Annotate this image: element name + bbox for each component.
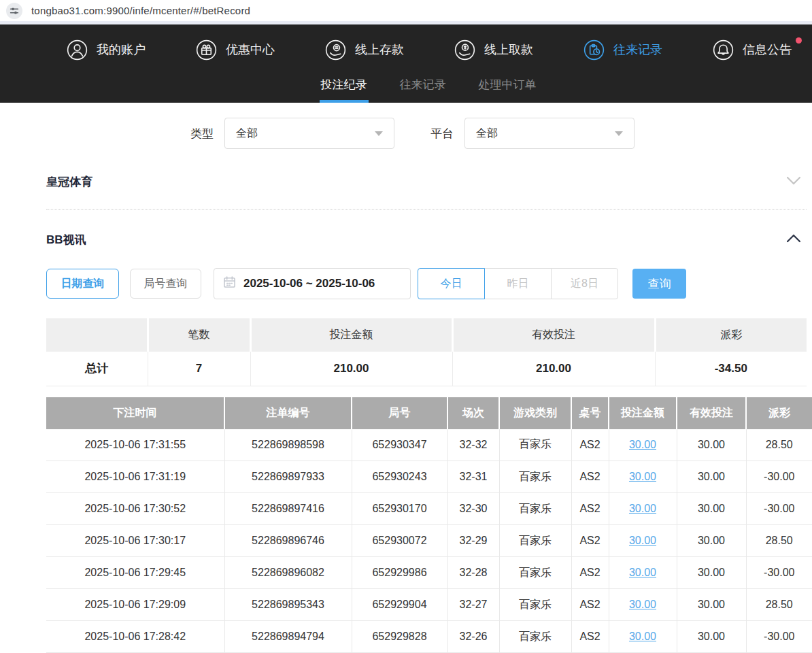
query-controls: 日期查询 局号查询 2025-10-06 ~ 2025-10-06 今日 昨日 … bbox=[46, 268, 812, 299]
cell-valid-bet: 30.00 bbox=[677, 461, 746, 493]
chevron-down-icon[interactable] bbox=[786, 175, 801, 188]
today-button[interactable]: 今日 bbox=[418, 268, 485, 299]
filter-row: 类型 全部 平台 全部 bbox=[190, 118, 812, 149]
chevron-down-icon bbox=[375, 131, 383, 136]
summary-header-count: 笔数 bbox=[148, 318, 250, 352]
summary-header-blank bbox=[46, 318, 148, 352]
cell-bet-id: 522869896746 bbox=[224, 525, 352, 557]
bet-amount-link[interactable]: 30.00 bbox=[629, 471, 656, 482]
bet-amount-link[interactable]: 30.00 bbox=[629, 535, 656, 546]
nav-item-my-account[interactable]: 我的账户 bbox=[67, 39, 146, 61]
summary-total-label: 总计 bbox=[46, 352, 148, 386]
round-query-button[interactable]: 局号查询 bbox=[130, 269, 201, 299]
cell-payout: -30.00 bbox=[746, 493, 812, 525]
summary-header-bet-amount: 投注金额 bbox=[250, 318, 452, 352]
cell-bet-amount: 30.00 bbox=[609, 621, 677, 653]
cell-table-no: AS2 bbox=[571, 461, 609, 493]
bet-amount-link[interactable]: 30.00 bbox=[629, 567, 656, 578]
cell-bet-id: 522869897416 bbox=[224, 493, 352, 525]
tab-processing-orders[interactable]: 处理中订单 bbox=[477, 69, 538, 103]
section-title-crown-sports: 皇冠体育 bbox=[46, 174, 92, 190]
nav-item-online-withdrawal[interactable]: 线上取款 bbox=[454, 39, 533, 61]
type-select[interactable]: 全部 bbox=[224, 118, 394, 149]
table-row: 2025-10-06 17:29:09 522869895343 6529299… bbox=[46, 589, 812, 621]
cell-time: 2025-10-06 17:29:45 bbox=[46, 557, 224, 589]
header-session: 场次 bbox=[447, 397, 499, 429]
withdraw-icon bbox=[454, 39, 475, 61]
cell-table-no: AS2 bbox=[571, 493, 609, 525]
cell-time: 2025-10-06 17:28:42 bbox=[46, 621, 224, 653]
cell-bet-amount: 30.00 bbox=[609, 429, 677, 461]
cell-valid-bet: 30.00 bbox=[677, 493, 746, 525]
site-settings-icon[interactable] bbox=[6, 3, 22, 19]
nav-item-promotions[interactable]: 优惠中心 bbox=[196, 39, 275, 61]
nav-label: 线上取款 bbox=[484, 41, 533, 58]
bet-records-table: 下注时间 注单编号 局号 场次 游戏类别 桌号 投注金额 有效投注 派彩 202… bbox=[46, 397, 812, 653]
cell-bet-id: 522869898598 bbox=[224, 429, 352, 461]
cell-time: 2025-10-06 17:30:52 bbox=[46, 493, 224, 525]
cell-round-id: 652930170 bbox=[352, 493, 447, 525]
cell-valid-bet: 30.00 bbox=[677, 557, 746, 589]
yesterday-button[interactable]: 昨日 bbox=[484, 268, 552, 299]
cell-table-no: AS2 bbox=[571, 621, 609, 653]
cell-time: 2025-10-06 17:31:55 bbox=[46, 429, 224, 461]
table-row: 2025-10-06 17:29:45 522869896082 6529299… bbox=[46, 557, 812, 589]
browser-address-bar[interactable]: tongbao31.com:9900/infe/mcenter/#/betRec… bbox=[0, 0, 812, 21]
tab-transaction-records[interactable]: 往来记录 bbox=[399, 69, 447, 103]
cell-session: 32-31 bbox=[447, 461, 499, 493]
record-tabs: 投注纪录 往来记录 处理中订单 bbox=[45, 69, 812, 103]
gift-icon bbox=[196, 39, 217, 61]
last-8-days-button[interactable]: 近8日 bbox=[551, 268, 618, 299]
site-header: 我的账户 优惠中心 线上存款 bbox=[0, 24, 812, 103]
url-text: tongbao31.com:9900/infe/mcenter/#/betRec… bbox=[31, 5, 250, 16]
cell-valid-bet: 30.00 bbox=[677, 621, 746, 653]
cell-valid-bet: 30.00 bbox=[677, 589, 746, 621]
platform-select[interactable]: 全部 bbox=[464, 118, 635, 149]
header-payout: 派彩 bbox=[746, 397, 812, 429]
cell-time: 2025-10-06 17:30:17 bbox=[46, 525, 224, 557]
header-time: 下注时间 bbox=[46, 397, 224, 429]
bet-amount-link[interactable]: 30.00 bbox=[629, 503, 656, 514]
summary-bet-amount: 210.00 bbox=[250, 352, 452, 386]
table-row: 2025-10-06 17:30:17 522869896746 6529300… bbox=[46, 525, 812, 557]
cell-table-no: AS2 bbox=[571, 525, 609, 557]
cell-round-id: 652930347 bbox=[352, 429, 447, 461]
tab-bet-records[interactable]: 投注纪录 bbox=[320, 69, 369, 103]
summary-total-row: 总计 7 210.00 210.00 -34.50 bbox=[46, 352, 807, 386]
date-range-input[interactable]: 2025-10-06 ~ 2025-10-06 bbox=[214, 268, 411, 299]
section-crown-sports[interactable]: 皇冠体育 bbox=[0, 169, 812, 194]
cell-game-type: 百家乐 bbox=[499, 621, 571, 653]
chevron-up-icon[interactable] bbox=[786, 233, 801, 246]
table-row: 2025-10-06 17:28:42 522869894794 6529298… bbox=[46, 621, 812, 653]
cell-time: 2025-10-06 17:29:09 bbox=[46, 589, 224, 621]
cell-game-type: 百家乐 bbox=[499, 525, 571, 557]
cell-game-type: 百家乐 bbox=[499, 461, 571, 493]
header-table-no: 桌号 bbox=[571, 397, 609, 429]
date-query-button[interactable]: 日期查询 bbox=[46, 269, 119, 299]
cell-bet-amount: 30.00 bbox=[609, 557, 677, 589]
cell-session: 32-30 bbox=[447, 493, 499, 525]
cell-bet-id: 522869897933 bbox=[224, 461, 352, 493]
nav-item-online-deposit[interactable]: 线上存款 bbox=[325, 39, 404, 61]
search-button[interactable]: 查询 bbox=[632, 269, 686, 299]
nav-label: 我的账户 bbox=[97, 41, 146, 58]
nav-item-announcements[interactable]: 信息公告 bbox=[713, 39, 792, 61]
section-title-bb-video: BB视讯 bbox=[46, 232, 86, 248]
cell-bet-id: 522869895343 bbox=[224, 589, 352, 621]
section-divider bbox=[46, 209, 807, 210]
bet-amount-link[interactable]: 30.00 bbox=[629, 631, 656, 642]
nav-item-transaction-records[interactable]: 往来记录 bbox=[583, 39, 662, 61]
header-valid-bet: 有效投注 bbox=[677, 397, 746, 429]
table-header-row: 下注时间 注单编号 局号 场次 游戏类别 桌号 投注金额 有效投注 派彩 bbox=[46, 397, 812, 429]
bet-amount-link[interactable]: 30.00 bbox=[629, 439, 656, 450]
chevron-down-icon bbox=[615, 131, 623, 136]
cell-game-type: 百家乐 bbox=[499, 589, 571, 621]
platform-filter-group: 平台 全部 bbox=[430, 118, 635, 149]
quick-date-button-group: 今日 昨日 近8日 bbox=[418, 268, 618, 299]
bet-amount-link[interactable]: 30.00 bbox=[629, 599, 656, 610]
main-nav: 我的账户 优惠中心 线上存款 bbox=[0, 24, 812, 69]
deposit-icon bbox=[325, 39, 346, 61]
summary-valid-bet: 210.00 bbox=[452, 352, 655, 386]
section-bb-video[interactable]: BB视讯 bbox=[0, 227, 812, 252]
cell-round-id: 652929904 bbox=[352, 589, 447, 621]
